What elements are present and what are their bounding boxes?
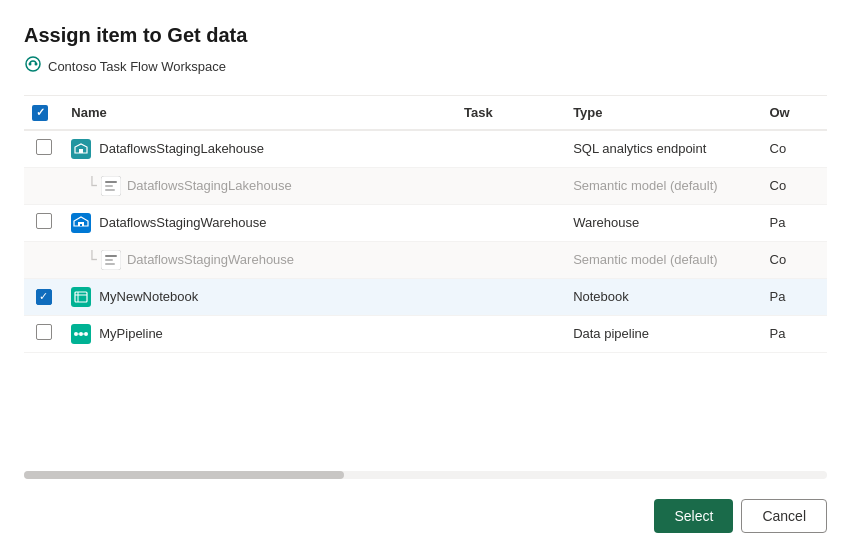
cancel-button[interactable]: Cancel [741,499,827,533]
dialog-title: Assign item to Get data [24,24,827,47]
row-name: DataflowsStagingLakehouse [99,141,264,156]
horizontal-scrollbar[interactable] [24,471,827,479]
row-owner-cell: Pa [762,204,828,241]
svg-rect-8 [105,189,115,191]
scrollbar-thumb [24,471,344,479]
row-checkbox-cell [24,315,63,352]
header-owner: Ow [762,96,828,130]
row-checkbox[interactable]: ✓ [36,289,52,305]
row-type-cell: Semantic model (default) [565,167,761,204]
select-button[interactable]: Select [654,499,733,533]
row-type: SQL analytics endpoint [573,141,706,156]
header-checkbox[interactable]: ✓ [32,105,48,121]
row-type-cell: SQL analytics endpoint [565,130,761,168]
item-icon-semantic [101,250,121,270]
svg-point-22 [79,332,83,336]
item-icon-lakehouse [71,139,91,159]
tree-connector: └ [87,250,101,269]
row-name-cell: MyPipeline [63,315,456,352]
row-name: DataflowsStagingWarehouse [99,215,266,230]
row-task-cell [456,278,565,315]
items-table-container: ✓ Name Task Type Ow DataflowsStagingLake… [24,95,827,463]
header-type: Type [565,96,761,130]
svg-rect-15 [105,263,115,265]
svg-rect-7 [105,185,113,187]
table-header-row: ✓ Name Task Type Ow [24,96,827,130]
row-name-cell: DataflowsStagingLakehouse [63,130,456,168]
row-task-cell [456,167,565,204]
row-task-cell [456,241,565,278]
svg-point-23 [84,332,88,336]
row-task-cell [456,315,565,352]
row-type: Warehouse [573,215,639,230]
item-icon-pipeline [71,324,91,344]
header-checkbox-cell: ✓ [24,96,63,130]
tree-connector: └ [87,176,101,195]
table-row[interactable]: └ DataflowsStagingLakehouse Semantic mod… [24,167,827,204]
svg-rect-16 [71,287,91,307]
name-cell: DataflowsStagingWarehouse [71,213,448,233]
header-check-icon: ✓ [36,106,45,119]
row-name: DataflowsStagingWarehouse [121,252,294,267]
row-type-cell: Warehouse [565,204,761,241]
row-name-cell: └ DataflowsStagingLakehouse [63,167,456,204]
svg-rect-14 [105,259,113,261]
name-cell: MyPipeline [71,324,448,344]
row-checkbox-cell [24,167,63,204]
row-name-cell: └ DataflowsStagingWarehouse [63,241,456,278]
check-icon: ✓ [39,291,48,302]
svg-rect-13 [105,255,117,257]
row-name: MyPipeline [99,326,163,341]
svg-rect-11 [80,224,82,226]
row-task-cell [456,130,565,168]
row-checkbox[interactable] [36,324,52,340]
row-checkbox-cell [24,241,63,278]
child-indent: └ DataflowsStagingLakehouse [71,176,448,196]
svg-rect-4 [79,149,83,153]
row-owner-cell: Pa [762,315,828,352]
row-checkbox-cell [24,130,63,168]
child-indent: └ DataflowsStagingWarehouse [71,250,448,270]
row-checkbox-cell: ✓ [24,278,63,315]
items-table: ✓ Name Task Type Ow DataflowsStagingLake… [24,96,827,353]
svg-point-0 [26,57,40,71]
row-type-cell: Notebook [565,278,761,315]
dialog-footer: Select Cancel [24,495,827,533]
workspace-row: Contoso Task Flow Workspace [24,55,827,77]
row-type-cell: Data pipeline [565,315,761,352]
row-name: MyNewNotebook [99,289,198,304]
row-owner-cell: Co [762,130,828,168]
table-row[interactable]: MyPipeline Data pipelinePa [24,315,827,352]
name-cell: MyNewNotebook [71,287,448,307]
table-row[interactable]: DataflowsStagingWarehouse WarehousePa [24,204,827,241]
workspace-icon [24,55,42,77]
row-owner-cell: Co [762,167,828,204]
item-icon-semantic [101,176,121,196]
table-row[interactable]: ✓ MyNewNotebook NotebookPa [24,278,827,315]
row-checkbox[interactable] [36,213,52,229]
item-icon-warehouse [71,213,91,233]
row-type-cell: Semantic model (default) [565,241,761,278]
row-type: Semantic model (default) [573,178,718,193]
row-checkbox-cell [24,204,63,241]
row-task-cell [456,204,565,241]
header-task: Task [456,96,565,130]
workspace-label: Contoso Task Flow Workspace [48,59,226,74]
table-row[interactable]: DataflowsStagingLakehouse SQL analytics … [24,130,827,168]
svg-rect-6 [105,181,117,183]
row-owner-cell: Co [762,241,828,278]
row-type: Semantic model (default) [573,252,718,267]
row-name-cell: MyNewNotebook [63,278,456,315]
assign-item-dialog: Assign item to Get data Contoso Task Flo… [0,0,851,553]
row-checkbox[interactable] [36,139,52,155]
row-type: Data pipeline [573,326,649,341]
item-icon-notebook [71,287,91,307]
header-name: Name [63,96,456,130]
table-row[interactable]: └ DataflowsStagingWarehouse Semantic mod… [24,241,827,278]
row-name: DataflowsStagingLakehouse [121,178,292,193]
name-cell: DataflowsStagingLakehouse [71,139,448,159]
svg-point-21 [74,332,78,336]
row-name-cell: DataflowsStagingWarehouse [63,204,456,241]
row-type: Notebook [573,289,629,304]
svg-point-1 [29,63,32,66]
